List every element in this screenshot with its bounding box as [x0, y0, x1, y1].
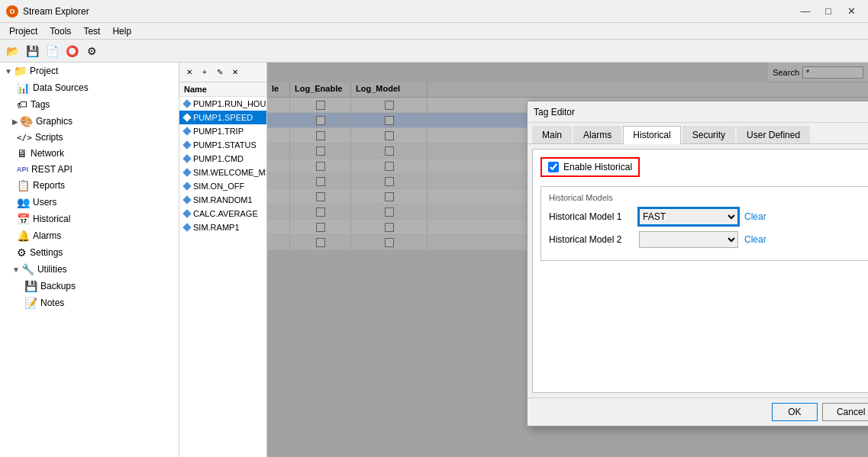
sidebar-item-network[interactable]: 🖥 Network — [0, 145, 179, 162]
enable-historical-container: Enable Historical — [540, 157, 640, 177]
historical-models-legend: Historical Models — [549, 193, 868, 202]
minimize-button[interactable]: — — [795, 3, 816, 20]
dialog-tabs: Main Alarms Historical Security User Def… — [528, 123, 868, 144]
tag-list-item[interactable]: SIM.RAMP1 — [179, 220, 266, 234]
tool-gear[interactable]: ⚙ — [82, 42, 101, 60]
tab-main[interactable]: Main — [532, 126, 572, 143]
tag-clear-btn[interactable]: ✕ — [182, 66, 196, 79]
tag-editor-dialog: Tag Editor ✕ Main Alarms Historical Secu… — [527, 101, 868, 426]
tag-list-body: PUMP1.RUN_HOUPUMP1.SPEEDPUMP1.TRIPPUMP1.… — [179, 97, 266, 234]
tag-list-item[interactable]: CALC.AVERAGE — [179, 207, 266, 220]
menu-bar: Project Tools Test Help — [0, 23, 868, 40]
tab-security[interactable]: Security — [682, 126, 735, 143]
dialog-body: Enable Historical Historical Models Hist… — [532, 149, 868, 393]
sidebar-item-notes[interactable]: 📝 Notes — [0, 294, 179, 311]
dialog-titlebar: Tag Editor ✕ — [528, 101, 868, 123]
tag-list-item[interactable]: PUMP1.STATUS — [179, 138, 266, 152]
sidebar-item-settings[interactable]: ⚙ Settings — [0, 244, 179, 261]
app-icon: O — [6, 5, 18, 18]
menu-project[interactable]: Project — [3, 24, 44, 38]
model2-row: Historical Model 2 FAST SLOW MEDIUM Clea… — [549, 231, 868, 248]
model1-select[interactable]: FAST SLOW MEDIUM — [639, 208, 738, 225]
tab-alarms[interactable]: Alarms — [573, 126, 621, 143]
tab-user-defined[interactable]: User Defined — [737, 126, 810, 143]
sidebar-item-reports[interactable]: 📋 Reports — [0, 177, 179, 194]
tag-list-item[interactable]: SIM.WELCOME_MS — [179, 166, 266, 179]
model1-label: Historical Model 1 — [549, 211, 633, 222]
title-bar-controls: — □ ✕ — [795, 3, 862, 20]
sidebar-item-alarms[interactable]: 🔔 Alarms — [0, 227, 179, 244]
tag-list-item[interactable]: SIM.ON_OFF — [179, 179, 266, 193]
tag-list-item[interactable]: PUMP1.RUN_HOU — [179, 97, 266, 111]
dialog-title: Tag Editor — [534, 107, 868, 117]
tag-list-item[interactable]: PUMP1.TRIP — [179, 124, 266, 138]
tag-list-item[interactable]: PUMP1.SPEED — [179, 111, 266, 124]
close-button[interactable]: ✕ — [841, 3, 862, 20]
tag-delete-btn[interactable]: ✕ — [228, 66, 242, 79]
sidebar-item-historical[interactable]: 📅 Historical — [0, 211, 179, 227]
tag-list-area: ✕ + ✎ ✕ Name PUMP1.RUN_HOUPUMP1.SPEEDPUM… — [179, 63, 267, 457]
tag-add-btn[interactable]: + — [198, 66, 211, 79]
model2-select[interactable]: FAST SLOW MEDIUM — [639, 231, 738, 248]
menu-help[interactable]: Help — [106, 24, 137, 38]
tool-save[interactable]: 💾 — [23, 42, 41, 60]
enable-historical-label[interactable]: Enable Historical — [563, 162, 632, 172]
title-bar: O Stream Explorer — □ ✕ — [0, 0, 868, 23]
tool-circle[interactable]: ⭕ — [63, 42, 81, 60]
tag-list-item[interactable]: SIM.RANDOM1 — [179, 193, 266, 207]
historical-models-group: Historical Models Historical Model 1 FAS… — [540, 186, 868, 261]
menu-test[interactable]: Test — [77, 24, 106, 38]
model2-label: Historical Model 2 — [549, 234, 633, 245]
tool-doc[interactable]: 📄 — [43, 42, 61, 60]
tab-historical[interactable]: Historical — [623, 126, 680, 144]
cancel-button[interactable]: Cancel — [822, 403, 868, 421]
main-layout: ▼ 📁 Project 📊 Data Sources 🏷 Tags ▶ 🎨 Gr… — [0, 63, 868, 457]
tag-list-header: Name — [179, 82, 266, 97]
sidebar-item-users[interactable]: 👥 Users — [0, 194, 179, 211]
sidebar: ▼ 📁 Project 📊 Data Sources 🏷 Tags ▶ 🎨 Gr… — [0, 63, 179, 457]
sidebar-item-datasources[interactable]: 📊 Data Sources — [0, 79, 179, 96]
ok-button[interactable]: OK — [772, 403, 818, 421]
sidebar-item-restapi[interactable]: API REST API — [0, 162, 179, 177]
sidebar-item-utilities[interactable]: ▼ 🔧 Utilities — [0, 261, 179, 278]
maximize-button[interactable]: □ — [818, 3, 839, 20]
model1-row: Historical Model 1 FAST SLOW MEDIUM Clea… — [549, 208, 868, 225]
tag-list-toolbar: ✕ + ✎ ✕ — [179, 63, 266, 82]
app-title: Stream Explorer — [23, 6, 795, 17]
menu-tools[interactable]: Tools — [44, 24, 77, 38]
sidebar-item-tags[interactable]: 🏷 Tags — [0, 96, 179, 113]
model1-clear-link[interactable]: Clear — [744, 211, 766, 222]
sidebar-item-project[interactable]: ▼ 📁 Project — [0, 63, 179, 79]
sidebar-item-scripts[interactable]: </> Scripts — [0, 130, 179, 145]
tag-list-item[interactable]: PUMP1.CMD — [179, 152, 266, 166]
sidebar-item-backups[interactable]: 💾 Backups — [0, 278, 179, 294]
dialog-footer: OK Cancel Help — [528, 397, 868, 426]
tool-open[interactable]: 📂 — [3, 42, 21, 60]
toolbar: 📂 💾 📄 ⭕ ⚙ — [0, 40, 868, 63]
tag-edit-btn[interactable]: ✎ — [213, 66, 227, 79]
sidebar-item-graphics[interactable]: ▶ 🎨 Graphics — [0, 113, 179, 130]
model2-clear-link[interactable]: Clear — [744, 234, 766, 245]
enable-historical-checkbox[interactable] — [548, 162, 559, 172]
right-area: Search le Log_Enable Log_Model Tag Edito… — [267, 63, 868, 457]
